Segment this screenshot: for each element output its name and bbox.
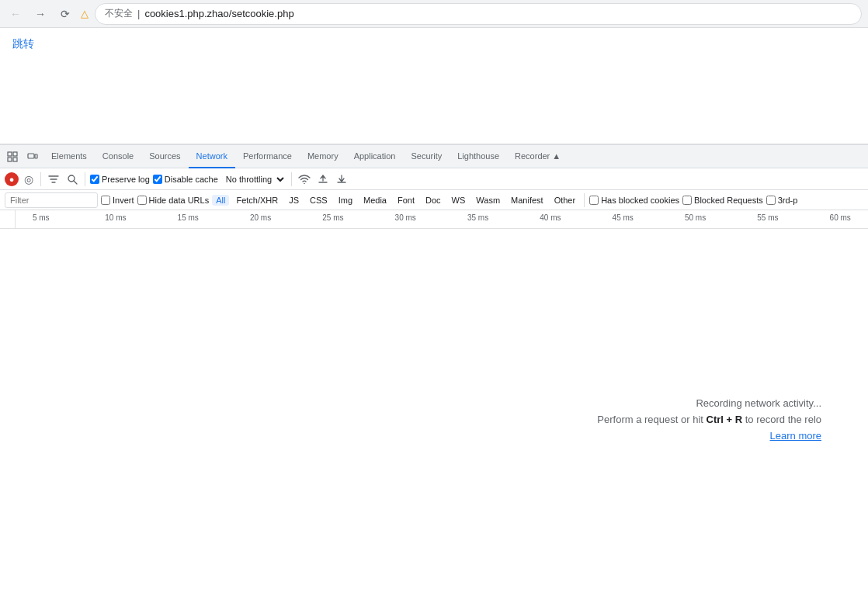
devtools-panel: Elements Console Sources Network Perform… (0, 144, 868, 493)
address-bar[interactable]: 不安全 | cookies1.php.zhao/setcookie.php (95, 3, 862, 25)
invert-checkbox[interactable] (101, 196, 110, 205)
page-link[interactable]: 跳转 (12, 37, 34, 50)
svg-rect-1 (13, 152, 17, 156)
toolbar-divider-2 (85, 172, 85, 186)
url-text: cookies1.php.zhao/setcookie.php (144, 8, 293, 19)
filter-type-all[interactable]: All (212, 195, 229, 206)
has-blocked-cookies-checkbox[interactable] (589, 196, 599, 205)
recording-line2: Perform a request or hit Ctrl + R to rec… (597, 414, 821, 425)
address-separator: | (137, 8, 140, 19)
element-picker-icon[interactable] (3, 147, 22, 166)
browser-chrome: ← → ⟳ △ 不安全 | cookies1.php.zhao/setcooki… (0, 0, 868, 28)
timeline-tick: 15 ms (178, 210, 199, 228)
network-empty-area: Recording network activity... Perform a … (0, 229, 868, 493)
filter-type-other[interactable]: Other (550, 195, 580, 206)
tab-performance[interactable]: Performance (235, 145, 300, 168)
tab-recorder[interactable]: Recorder ▲ (507, 145, 568, 168)
hide-data-urls-label[interactable]: Hide data URLs (137, 196, 210, 205)
wifi-icon-btn[interactable] (297, 172, 312, 187)
timeline-header: 5 ms10 ms15 ms20 ms25 ms30 ms35 ms40 ms4… (0, 210, 868, 229)
blocked-requests-checkbox[interactable] (682, 196, 692, 205)
recording-line3[interactable]: Learn more (597, 430, 821, 442)
filter-input[interactable] (5, 192, 98, 208)
timeline-tick: 10 ms (105, 210, 126, 228)
throttle-select[interactable]: No throttling (221, 174, 286, 185)
timeline-tick: 55 ms (757, 210, 778, 228)
tab-memory[interactable]: Memory (300, 145, 346, 168)
devtools-tab-bar: Elements Console Sources Network Perform… (0, 145, 868, 168)
recording-message: Recording network activity... Perform a … (597, 397, 821, 446)
back-button[interactable]: ← (6, 5, 25, 23)
filter-row: Invert Hide data URLs All Fetch/XHR JS C… (0, 190, 868, 210)
svg-rect-0 (8, 152, 12, 156)
tab-elements[interactable]: Elements (43, 145, 95, 168)
filter-type-img[interactable]: Img (335, 195, 356, 206)
throttle-dropdown[interactable]: No throttling (221, 174, 286, 185)
filter-type-js[interactable]: JS (285, 195, 303, 206)
filter-button[interactable] (46, 172, 61, 187)
tab-network[interactable]: Network (189, 145, 235, 168)
tab-console[interactable]: Console (95, 145, 141, 168)
toolbar-divider-3 (291, 172, 292, 186)
device-toggle-icon[interactable] (23, 147, 42, 166)
tab-lighthouse[interactable]: Lighthouse (450, 145, 507, 168)
timeline-tick: 30 ms (395, 210, 416, 228)
export-har-button[interactable] (334, 172, 349, 187)
third-party-label[interactable]: 3rd-p (766, 196, 798, 205)
security-warning-icon: △ (81, 8, 89, 19)
import-har-button[interactable] (315, 172, 331, 187)
filter-type-fetch-xhr[interactable]: Fetch/XHR (232, 195, 282, 206)
timeline-tick: 40 ms (540, 210, 561, 228)
filter-type-ws[interactable]: WS (448, 195, 470, 206)
tab-application[interactable]: Application (346, 145, 404, 168)
svg-line-7 (74, 181, 77, 184)
reload-button[interactable]: ⟳ (56, 5, 75, 23)
timeline-ruler: 5 ms10 ms15 ms20 ms25 ms30 ms35 ms40 ms4… (16, 210, 868, 228)
timeline-tick: 5 ms (33, 210, 50, 228)
preserve-log-checkbox[interactable] (90, 175, 99, 184)
svg-rect-3 (13, 158, 17, 161)
network-toolbar: ● ◎ Preserve log Disable cache (0, 168, 868, 190)
page-content: 跳转 (0, 28, 868, 144)
timeline-tick: 45 ms (613, 210, 634, 228)
filter-type-media[interactable]: Media (359, 195, 391, 206)
svg-rect-5 (35, 154, 37, 158)
filter-divider (584, 193, 585, 207)
clear-button[interactable]: ◎ (22, 172, 36, 186)
disable-cache-checkbox[interactable] (153, 175, 162, 184)
blocked-requests-label[interactable]: Blocked Requests (682, 196, 763, 205)
timeline-tick: 50 ms (685, 210, 706, 228)
forward-button[interactable]: → (31, 5, 50, 23)
invert-label[interactable]: Invert (101, 196, 134, 205)
disable-cache-label[interactable]: Disable cache (153, 175, 218, 184)
tab-sources[interactable]: Sources (141, 145, 188, 168)
filter-type-doc[interactable]: Doc (422, 195, 445, 206)
timeline-tick: 35 ms (467, 210, 488, 228)
filter-type-font[interactable]: Font (394, 195, 418, 206)
timeline-tick: 20 ms (250, 210, 271, 228)
filter-type-manifest[interactable]: Manifest (507, 195, 547, 206)
timeline-left-spacer (0, 210, 16, 228)
svg-rect-2 (8, 158, 12, 161)
security-label: 不安全 (105, 7, 133, 20)
has-blocked-cookies-label[interactable]: Has blocked cookies (589, 196, 679, 205)
filter-type-wasm[interactable]: Wasm (472, 195, 504, 206)
svg-rect-4 (28, 154, 34, 158)
hide-data-urls-checkbox[interactable] (137, 196, 147, 205)
recording-line1: Recording network activity... (597, 397, 821, 409)
record-button[interactable]: ● (5, 172, 19, 186)
third-party-checkbox[interactable] (766, 196, 776, 205)
timeline-tick: 60 ms (830, 210, 851, 228)
svg-point-8 (304, 182, 305, 184)
filter-type-css[interactable]: CSS (306, 195, 332, 206)
preserve-log-label[interactable]: Preserve log (90, 175, 150, 184)
toolbar-divider-1 (40, 172, 41, 186)
tab-security[interactable]: Security (403, 145, 450, 168)
timeline-tick: 25 ms (322, 210, 343, 228)
shortcut-text: Ctrl + R (707, 414, 743, 425)
search-button[interactable] (64, 172, 80, 187)
